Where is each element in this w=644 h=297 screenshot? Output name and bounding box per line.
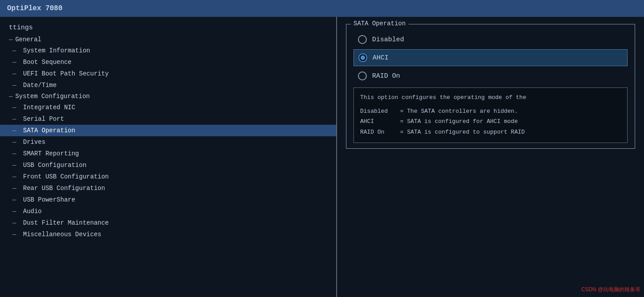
desc-key-raid: RAID On (360, 127, 400, 137)
nav-group-system-config: System Configuration (0, 91, 336, 102)
desc-row-ahci: AHCI = SATA is configured for AHCI mode (360, 116, 621, 127)
nav-item-usb-configuration[interactable]: USB Configuration (0, 159, 336, 171)
radio-circle-disabled (358, 35, 367, 44)
nav-header: ttings (0, 22, 336, 33)
sata-operation-section: SATA Operation Disabled AHCI RAID On Thi… (346, 24, 635, 149)
desc-row-disabled: Disabled = The SATA controllers are hidd… (360, 106, 621, 116)
title-text: OptiPlex 7080 (7, 4, 63, 12)
nav-item-uefi-boot[interactable]: UEFI Boot Path Security (0, 68, 336, 79)
nav-item-front-usb[interactable]: Front USB Configuration (0, 171, 336, 182)
nav-item-serial-port[interactable]: Serial Port (0, 113, 336, 125)
radio-circle-ahci (358, 53, 367, 62)
radio-option-disabled[interactable]: Disabled (353, 32, 628, 48)
desc-row-raid: RAID On = SATA is configured to support … (360, 127, 621, 137)
watermark: CSDN @玩电脑的辣条哥 (581, 286, 640, 293)
nav-group-general: General (0, 34, 336, 45)
left-panel: ttings General System Information Boot S… (0, 17, 337, 297)
nav-item-drives[interactable]: Drives (0, 136, 336, 148)
desc-val-ahci: SATA is configured for AHCI mode (407, 116, 518, 127)
nav-item-rear-usb[interactable]: Rear USB Configuration (0, 182, 336, 194)
nav-item-audio[interactable]: Audio (0, 206, 336, 217)
desc-eq-ahci: = (400, 116, 404, 127)
nav-item-sata-operation[interactable]: SATA Operation (0, 125, 336, 136)
desc-val-disabled: The SATA controllers are hidden. (407, 106, 518, 116)
section-title: SATA Operation (351, 20, 408, 27)
main-container: ttings General System Information Boot S… (0, 17, 644, 297)
title-bar: OptiPlex 7080 (0, 0, 644, 17)
desc-key-disabled: Disabled (360, 106, 400, 116)
nav-item-datetime[interactable]: Date/Time (0, 79, 336, 91)
description-box: This option configures the operating mod… (353, 87, 628, 143)
nav-item-smart-reporting[interactable]: SMART Reporting (0, 148, 336, 159)
right-panel: SATA Operation Disabled AHCI RAID On Thi… (337, 17, 644, 297)
radio-option-ahci[interactable]: AHCI (353, 49, 628, 66)
nav-item-system-information[interactable]: System Information (0, 45, 336, 56)
desc-eq-raid: = (400, 127, 404, 137)
nav-item-misc-devices[interactable]: Miscellaneous Devices (0, 229, 336, 240)
radio-option-raid[interactable]: RAID On (353, 68, 628, 84)
nav-item-boot-sequence[interactable]: Boot Sequence (0, 56, 336, 68)
desc-eq-disabled: = (400, 106, 404, 116)
description-intro: This option configures the operating mod… (360, 93, 621, 103)
radio-circle-raid (358, 71, 367, 80)
description-table: Disabled = The SATA controllers are hidd… (360, 106, 621, 137)
desc-val-raid: SATA is configured to support RAID (407, 127, 525, 137)
nav-item-dust-filter[interactable]: Dust Filter Maintenance (0, 217, 336, 229)
desc-key-ahci: AHCI (360, 116, 400, 127)
nav-item-integrated-nic[interactable]: Integrated NIC (0, 102, 336, 113)
nav-item-usb-powershare[interactable]: USB PowerShare (0, 194, 336, 206)
